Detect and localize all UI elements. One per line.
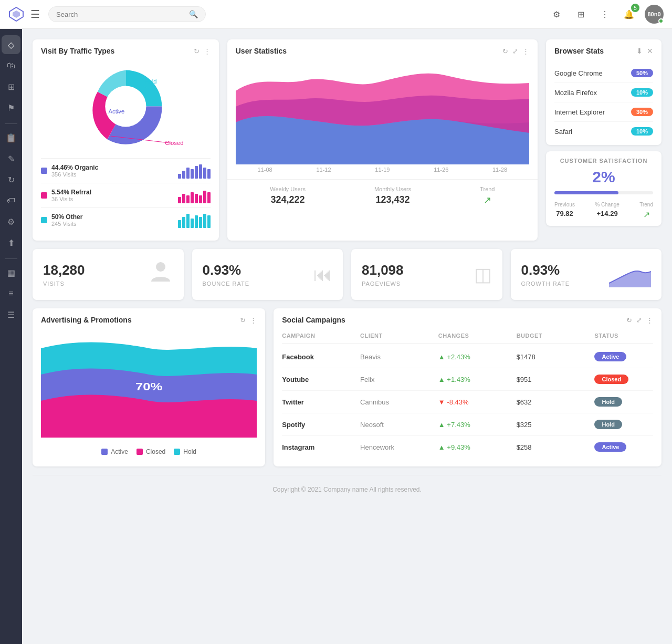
bar: [178, 197, 181, 203]
svg-point-6: [156, 262, 165, 272]
search-input[interactable]: [56, 11, 185, 18]
more-icon[interactable]: ⋮: [596, 6, 613, 23]
more-options-icon[interactable]: ⋮: [646, 316, 653, 324]
sidebar-item-grid2[interactable]: ▦: [2, 263, 20, 282]
client-name: Felix: [360, 376, 438, 383]
user-stats-metrics: Weekly Users 324,222 Monthly Users 123,4…: [227, 179, 538, 214]
browser-firefox: Mozila Firefox 10%: [554, 83, 653, 102]
bar: [182, 217, 185, 228]
table-row: Twitter Cannibus ▼ -8.43% $632 Hold: [282, 391, 653, 413]
refresh-icon[interactable]: ↻: [194, 47, 200, 55]
svg-marker-1: [13, 11, 20, 18]
browser-stats-column: Browser Stats ⬇ ✕ Google Chrome 50% Mozi…: [546, 39, 662, 241]
monthly-users: Monthly Users 123,432: [374, 186, 411, 206]
advertising-header: Advertising & Promotions ↻ ⋮: [33, 308, 265, 328]
refresh-icon[interactable]: ↻: [502, 47, 508, 55]
stat-growth-label: GROWTH RATE: [521, 281, 570, 287]
trend-metric: Trend ↗: [480, 186, 495, 206]
browser-list: Google Chrome 50% Mozila Firefox 10% Int…: [546, 59, 662, 145]
chrome-name: Google Chrome: [554, 69, 603, 77]
col-status-header: STATUS: [594, 333, 653, 339]
close-icon[interactable]: ✕: [647, 47, 653, 55]
pie-section: Hold Active Closed 44.46% Organic: [33, 59, 219, 241]
stat-growth-number: 0.93%: [521, 262, 570, 278]
weekly-users: Weekly Users 324,222: [270, 186, 306, 206]
closed-label: Closed: [146, 448, 165, 455]
skip-back-icon: ⏮: [313, 264, 332, 286]
status-badge: Hold: [594, 420, 622, 429]
csat-trend: Trend ↗: [639, 202, 653, 220]
visit-traffic-title: Visit By Traffic Types: [41, 47, 114, 55]
client-name: Cannibus: [360, 398, 438, 406]
status-badge: Active: [594, 442, 626, 452]
sidebar-item-edit[interactable]: ✎: [2, 149, 20, 168]
budget-value: $951: [517, 376, 595, 383]
sidebar-item-tags[interactable]: 🏷: [2, 191, 20, 210]
settings-icon[interactable]: ⚙: [548, 6, 565, 23]
footer: Copyright © 2021 Company name All rights…: [33, 475, 662, 504]
visit-traffic-header: Visit By Traffic Types ↻ ⋮: [33, 39, 219, 59]
other-label: 50% Other: [51, 213, 82, 221]
sidebar-item-shop[interactable]: 🛍: [2, 56, 20, 75]
sidebar-divider-2: [5, 258, 17, 259]
legend-referral: 5.54% Refrral 36 Visits: [41, 183, 211, 207]
table-row: Instagram Hencework ▲ +9.43% $258 Active: [282, 436, 653, 458]
table-row: Youtube Felix ▲ +1.43% $951 Closed: [282, 368, 653, 391]
visit-traffic-card: Visit By Traffic Types ↻ ⋮: [33, 39, 219, 241]
visit-traffic-actions: ↻ ⋮: [194, 47, 211, 55]
sidebar-item-calendar[interactable]: 📋: [2, 128, 20, 147]
other-info: 50% Other 245 Visits: [51, 213, 82, 227]
sidebar-item-settings[interactable]: ⚙: [2, 212, 20, 231]
sidebar-item-grid[interactable]: ⊞: [2, 77, 20, 96]
other-bars: [178, 212, 211, 228]
hamburger-icon[interactable]: ☰: [30, 8, 40, 20]
referral-color: [41, 192, 47, 199]
more-options-icon[interactable]: ⋮: [250, 316, 257, 324]
more-options-icon[interactable]: ⋮: [522, 47, 529, 55]
budget-value: $258: [517, 443, 595, 451]
ie-badge: 30%: [631, 108, 653, 116]
status-badge: Closed: [594, 375, 628, 384]
sidebar-item-upload[interactable]: ⬆: [2, 233, 20, 252]
bar: [207, 215, 211, 228]
stat-growth: 0.93% GROWTH RATE: [511, 249, 662, 300]
budget-value: $632: [517, 398, 595, 406]
notification-icon[interactable]: 🔔 5: [621, 6, 637, 23]
sidebar-item-layers[interactable]: ≡: [2, 284, 20, 303]
sidebar-item-refresh[interactable]: ↻: [2, 170, 20, 189]
bar: [178, 220, 181, 228]
csat-section: CUSTOMER SATISFACTION 2% Previous 79.82 …: [546, 151, 662, 226]
legend-other: 50% Other 245 Visits: [41, 207, 211, 232]
svg-text:70%: 70%: [135, 381, 162, 393]
table-row: Facebook Beavis ▲ +2.43% $1478 Active: [282, 346, 653, 368]
refresh-icon[interactable]: ↻: [240, 316, 246, 324]
logo[interactable]: [8, 6, 24, 22]
bar: [182, 194, 185, 203]
expand-icon[interactable]: ⤢: [636, 316, 642, 324]
more-options-icon[interactable]: ⋮: [204, 47, 211, 55]
referral-sub: 36 Visits: [51, 196, 91, 202]
search-bar[interactable]: 🔍: [48, 6, 206, 22]
bar: [178, 174, 181, 179]
avatar[interactable]: 80n0: [645, 5, 664, 24]
status-badge: Hold: [594, 397, 622, 407]
sidebar-item-list[interactable]: ☰: [2, 305, 20, 324]
sidebar-item-flag[interactable]: ⚑: [2, 98, 20, 117]
safari-badge: 10%: [631, 127, 653, 136]
expand-icon[interactable]: ⤢: [512, 47, 518, 55]
bar: [186, 168, 190, 179]
firefox-name: Mozila Firefox: [554, 89, 597, 97]
refresh-icon[interactable]: ↻: [626, 316, 632, 324]
avatar-online-dot: [658, 18, 664, 24]
growth-chart-mini: [609, 262, 651, 287]
stat-bounce-label: BOUNCE RATE: [203, 281, 250, 287]
bar: [191, 192, 194, 203]
browser-stats-title: Browser Stats: [554, 47, 604, 55]
x-label-1: 11-08: [258, 167, 272, 173]
apps-icon[interactable]: ⊞: [572, 6, 589, 23]
organic-bars: [178, 163, 211, 179]
download-icon[interactable]: ⬇: [636, 47, 643, 55]
sidebar-item-home[interactable]: ◇: [2, 35, 20, 54]
status-cell: Hold: [594, 397, 653, 407]
csat-progress-bar: [554, 191, 653, 194]
